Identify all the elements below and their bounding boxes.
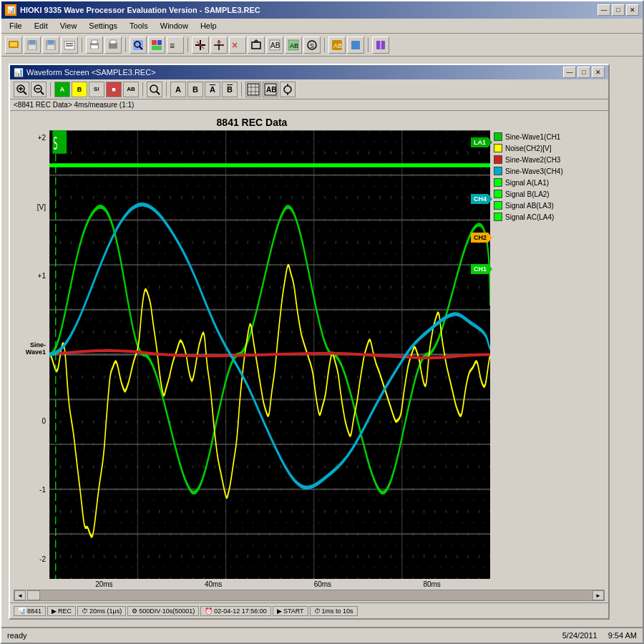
svg-rect-19 bbox=[152, 40, 157, 45]
svg-rect-15 bbox=[110, 40, 116, 44]
legend-ch2: Noise(CH2)[V] bbox=[494, 144, 605, 152]
separator-5 bbox=[368, 38, 369, 52]
chart-plot-area: S LA1 CH4 CH2 CH1 bbox=[49, 130, 490, 579]
svg-rect-6 bbox=[48, 40, 54, 44]
legend-ch4: Sine-Wave3(CH4) bbox=[494, 167, 605, 175]
svg-line-43 bbox=[24, 92, 26, 94]
legend-color-la4 bbox=[494, 213, 502, 221]
wave-red-btn[interactable]: ■ bbox=[106, 82, 122, 97]
toolbar-btn-save[interactable] bbox=[24, 36, 41, 54]
status-time: 9:54 AM bbox=[608, 631, 637, 640]
menu-help[interactable]: Help bbox=[196, 20, 221, 31]
waveform-minimize-btn[interactable]: — bbox=[563, 67, 576, 78]
toolbar-btn-1[interactable] bbox=[5, 36, 22, 54]
scroll-track[interactable] bbox=[40, 590, 592, 600]
wave-grid-btn[interactable] bbox=[245, 82, 261, 97]
waveform-title: Waveform Screen <SAMPLE3.REC> bbox=[26, 68, 156, 77]
waveform-close-btn[interactable]: ✕ bbox=[592, 67, 605, 78]
waveform-maximize-btn[interactable]: □ bbox=[577, 67, 590, 78]
wave-export-btn[interactable]: AB bbox=[263, 82, 278, 97]
tab-8841-text: 8841 bbox=[27, 608, 42, 615]
x-axis-labels: 20ms 40ms 60ms 80ms bbox=[14, 579, 490, 588]
toolbar-btn-3[interactable] bbox=[42, 36, 59, 54]
svg-text:≡: ≡ bbox=[170, 41, 175, 51]
toolbar-btn-15[interactable]: AB bbox=[285, 36, 302, 54]
wave-ch1-btn[interactable]: A bbox=[54, 82, 70, 97]
wave-ch2-btn[interactable]: B bbox=[72, 82, 87, 97]
tab-rec-icon: ▶ bbox=[52, 608, 57, 615]
toolbar-btn-11[interactable] bbox=[210, 36, 228, 54]
y-label-minus1: -1 bbox=[14, 486, 46, 494]
scroll-right-btn[interactable]: ► bbox=[592, 590, 604, 600]
menu-file[interactable]: File bbox=[5, 20, 26, 31]
wave-zoom-in[interactable] bbox=[14, 82, 29, 97]
svg-rect-3 bbox=[29, 40, 35, 44]
status-tab-range: ⏱ 1ms to 10s bbox=[310, 606, 358, 616]
toolbar-btn-4[interactable] bbox=[61, 36, 78, 54]
toolbar-btn-9[interactable]: ≡ bbox=[167, 36, 184, 54]
toolbar-btn-print[interactable] bbox=[86, 36, 103, 54]
wave-b-bar-btn[interactable]: B bbox=[222, 82, 238, 97]
wave-b-bold-btn[interactable]: B bbox=[187, 82, 203, 97]
wave-zoom-btn2[interactable] bbox=[147, 82, 162, 97]
toolbar-btn-17[interactable]: AB bbox=[328, 36, 346, 54]
tab-20ms-text: 20ms (1μs) bbox=[89, 608, 122, 615]
waveform-title-left: 📊 Waveform Screen <SAMPLE3.REC> bbox=[14, 68, 156, 77]
tab-8841-icon: 📊 bbox=[18, 608, 26, 615]
wave-ab-btn[interactable]: S! bbox=[89, 82, 104, 97]
svg-text:S: S bbox=[54, 134, 58, 154]
chart-title: 8841 REC Data bbox=[14, 114, 490, 130]
waveform-window: 📊 Waveform Screen <SAMPLE3.REC> — □ ✕ bbox=[9, 64, 610, 620]
menu-view[interactable]: View bbox=[56, 20, 82, 31]
toolbar-btn-18[interactable] bbox=[347, 36, 364, 54]
svg-point-49 bbox=[150, 85, 157, 92]
toolbar-btn-13[interactable] bbox=[248, 36, 265, 54]
toolbar-btn-book[interactable] bbox=[372, 36, 389, 54]
waveform-icon: 📊 bbox=[14, 68, 24, 77]
wave-a-bar-btn[interactable]: A bbox=[205, 82, 220, 97]
toolbar-btn-6[interactable] bbox=[104, 36, 122, 54]
status-tab-rec: ▶ REC bbox=[47, 606, 76, 616]
toolbar-btn-7[interactable] bbox=[130, 36, 147, 54]
wave-zoom-out[interactable] bbox=[31, 82, 47, 97]
separator-4 bbox=[324, 38, 325, 52]
status-tab-8841: 📊 8841 bbox=[14, 606, 46, 616]
y-label-minus2: -2 bbox=[14, 555, 46, 563]
ch4-badge: CH4 bbox=[471, 194, 492, 204]
tab-time-icon: ⏰ bbox=[205, 608, 213, 615]
toolbar-btn-16[interactable]: S bbox=[303, 36, 321, 54]
maximize-button[interactable]: □ bbox=[612, 4, 625, 16]
app-icon: 📊 bbox=[5, 4, 16, 16]
svg-line-50 bbox=[157, 92, 160, 94]
close-button[interactable]: ✕ bbox=[626, 4, 639, 16]
wave-settings-btn[interactable] bbox=[280, 82, 296, 97]
wave-sep-4 bbox=[241, 82, 242, 97]
scroll-left-btn[interactable]: ◄ bbox=[14, 590, 26, 600]
menu-settings[interactable]: Settings bbox=[84, 20, 122, 31]
wave-a-btn[interactable]: A bbox=[170, 82, 186, 97]
svg-rect-51 bbox=[248, 84, 259, 95]
svg-point-58 bbox=[284, 86, 291, 93]
waveform-title-buttons: — □ ✕ bbox=[563, 67, 605, 78]
status-tab-time: ⏰ 02-04-12 17:56:00 bbox=[200, 606, 271, 616]
horizontal-scrollbar[interactable]: ◄ ► bbox=[14, 590, 605, 601]
menu-tools[interactable]: Tools bbox=[125, 20, 152, 31]
svg-text:×: × bbox=[232, 39, 238, 51]
legend-color-la2 bbox=[494, 190, 502, 198]
minimize-button[interactable]: — bbox=[597, 4, 610, 16]
toolbar-btn-8[interactable] bbox=[148, 36, 165, 54]
toolbar-btn-12[interactable]: × bbox=[229, 36, 246, 54]
menu-window[interactable]: Window bbox=[156, 20, 192, 31]
legend-label-ch1: Sine-Wave1(CH1 bbox=[505, 133, 560, 141]
content-area: 📊 Waveform Screen <SAMPLE3.REC> — □ ✕ bbox=[1, 57, 643, 627]
svg-rect-1 bbox=[10, 42, 17, 47]
scroll-thumb[interactable] bbox=[27, 590, 40, 600]
toolbar-btn-10[interactable] bbox=[192, 36, 209, 54]
svg-rect-39 bbox=[351, 41, 360, 49]
toolbar-btn-14[interactable]: AB bbox=[266, 36, 283, 54]
y-label-v: [V] bbox=[14, 203, 46, 211]
wave-sep-1 bbox=[50, 82, 51, 97]
menu-edit[interactable]: Edit bbox=[30, 20, 52, 31]
legend-la4: Signal AC(LA4) bbox=[494, 213, 605, 221]
wave-ab2-btn[interactable]: AB bbox=[123, 82, 139, 97]
